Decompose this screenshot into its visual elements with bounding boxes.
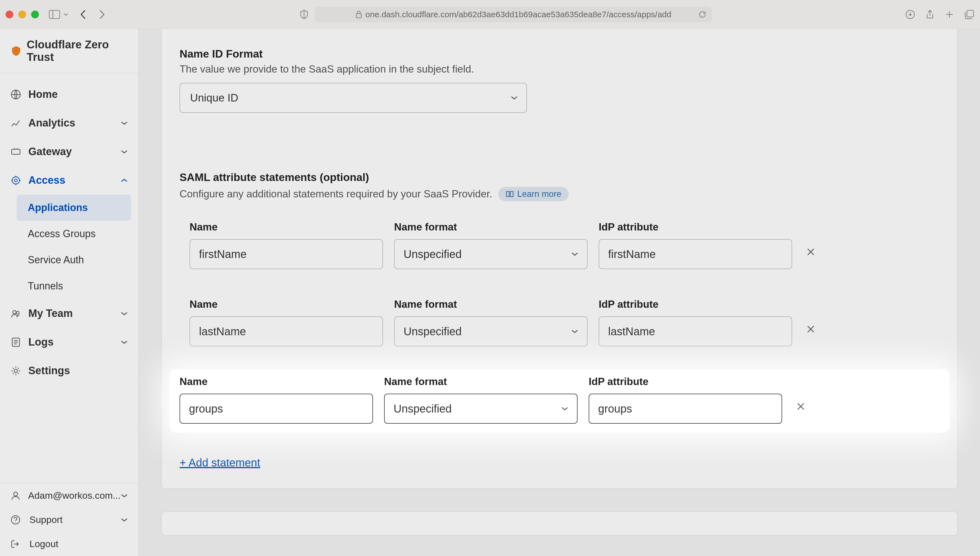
gateway-icon [11, 147, 22, 157]
saml-statement-row: Name Name format Unspecified IdP attribu… [170, 369, 949, 433]
nav-logs-label: Logs [28, 336, 54, 348]
nav-gateway-label: Gateway [28, 145, 72, 158]
globe-icon [11, 89, 22, 100]
tabs-icon[interactable] [964, 10, 974, 19]
forward-button[interactable] [98, 9, 106, 20]
subnav-service-auth[interactable]: Service Auth [17, 247, 131, 273]
footer-logout-label: Logout [29, 538, 58, 550]
nav-access[interactable]: Access [0, 166, 139, 195]
brand: Cloudflare Zero Trust [0, 29, 139, 73]
label-format: Name format [384, 376, 578, 388]
add-statement-link[interactable]: + Add statement [179, 456, 260, 469]
remove-statement-button[interactable] [803, 322, 818, 337]
label-idp: IdP attribute [599, 221, 792, 233]
svg-point-8 [15, 179, 17, 182]
chevron-down-icon [121, 518, 128, 522]
chevron-down-icon[interactable] [63, 13, 68, 16]
chevron-down-icon [121, 150, 128, 154]
svg-point-13 [14, 492, 18, 496]
subnav-tunnels[interactable]: Tunnels [17, 273, 131, 299]
sidebar-toggle-icon[interactable] [49, 10, 60, 19]
svg-point-7 [12, 177, 19, 184]
idp-input[interactable] [599, 239, 792, 269]
address-bar[interactable]: one.dash.cloudflare.com/ab62d3ae63dd1b69… [315, 6, 712, 22]
idp-input[interactable] [589, 394, 782, 423]
nav-home[interactable]: Home [0, 80, 139, 109]
close-window[interactable] [6, 11, 13, 18]
footer-support[interactable]: Support [0, 508, 139, 532]
download-icon[interactable] [906, 10, 915, 19]
label-format: Name format [394, 221, 588, 233]
nav-settings[interactable]: Settings [0, 356, 139, 385]
chevron-down-icon [121, 311, 128, 316]
logs-icon [11, 337, 22, 348]
label-idp: IdP attribute [589, 376, 782, 388]
nav-gateway[interactable]: Gateway [0, 137, 139, 166]
caret-down-icon [571, 329, 579, 334]
nav-analytics[interactable]: Analytics [0, 109, 139, 137]
learn-more-label: Learn more [517, 189, 562, 199]
name-input[interactable] [179, 394, 373, 423]
gear-icon [11, 365, 22, 376]
browser-chrome: one.dash.cloudflare.com/ab62d3ae63dd1b69… [0, 0, 980, 29]
brand-text: Cloudflare Zero Trust [27, 38, 128, 63]
lock-icon [355, 10, 362, 19]
team-icon [11, 308, 22, 319]
nameid-section: Name ID Format The value we provide to t… [179, 29, 940, 113]
maximize-window[interactable] [31, 11, 39, 18]
nav-access-label: Access [28, 174, 65, 186]
nav-home-label: Home [28, 89, 58, 100]
format-select[interactable]: Unspecified [394, 316, 588, 346]
svg-point-14 [11, 516, 20, 524]
svg-point-10 [16, 311, 19, 314]
nav-my-team[interactable]: My Team [0, 299, 139, 328]
back-button[interactable] [79, 9, 87, 20]
shield-icon[interactable] [299, 10, 309, 19]
svg-rect-4 [967, 10, 974, 17]
new-tab-icon[interactable] [945, 10, 954, 19]
name-input[interactable] [190, 316, 383, 346]
svg-rect-0 [49, 10, 60, 19]
config-card: Name ID Format The value we provide to t… [161, 29, 958, 489]
idp-input[interactable] [599, 316, 792, 346]
cloudflare-logo-icon [11, 45, 22, 57]
share-icon[interactable] [925, 9, 935, 20]
minimize-window[interactable] [18, 11, 26, 18]
label-name: Name [179, 376, 373, 388]
format-select[interactable]: Unspecified [394, 239, 588, 269]
help-icon [11, 515, 22, 525]
nav-logs[interactable]: Logs [0, 328, 139, 356]
footer-user[interactable]: Adam@workos.com... [0, 483, 139, 508]
chevron-down-icon [121, 340, 128, 344]
saml-title: SAML attribute statements (optional) [179, 171, 940, 183]
saml-section: SAML attribute statements (optional) Con… [179, 171, 940, 469]
caret-down-icon [510, 95, 518, 100]
logout-icon [11, 539, 22, 549]
footer-user-label: Adam@workos.com... [28, 490, 121, 501]
chevron-up-icon [121, 178, 128, 183]
saml-statement-row: Name Name format Unspecified IdP attribu… [179, 215, 940, 278]
label-format: Name format [394, 299, 588, 310]
name-input[interactable] [190, 239, 383, 269]
remove-statement-button[interactable] [793, 399, 808, 414]
remove-statement-button[interactable] [803, 244, 818, 259]
next-card [161, 511, 958, 536]
chevron-down-icon [121, 493, 128, 498]
caret-down-icon [561, 406, 569, 411]
format-select[interactable]: Unspecified [384, 394, 578, 423]
nameid-title: Name ID Format [179, 48, 940, 60]
nameid-select[interactable]: Unique ID [179, 83, 527, 113]
footer-logout[interactable]: Logout [0, 532, 139, 556]
label-idp: IdP attribute [599, 299, 792, 310]
main-content: Name ID Format The value we provide to t… [139, 29, 980, 556]
traffic-lights [6, 11, 39, 18]
learn-more-link[interactable]: Learn more [498, 187, 569, 201]
nav-analytics-label: Analytics [28, 117, 75, 129]
subnav-access-groups[interactable]: Access Groups [17, 221, 131, 247]
svg-point-9 [13, 310, 16, 314]
subnav-applications[interactable]: Applications [17, 195, 131, 221]
user-icon [11, 491, 21, 501]
chevron-down-icon [121, 121, 128, 125]
reload-icon[interactable] [698, 10, 707, 19]
nav-my-team-label: My Team [28, 307, 73, 319]
